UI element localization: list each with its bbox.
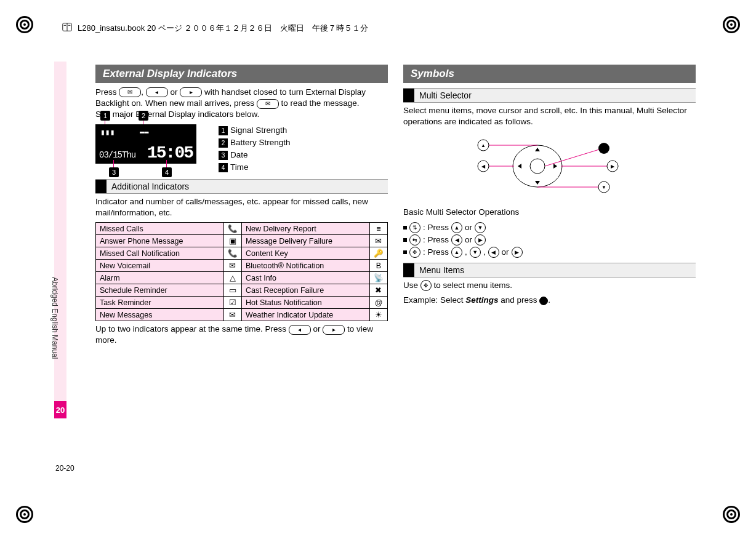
print-mark-bl	[12, 502, 37, 527]
down-icon: ▼	[475, 222, 486, 233]
display-legend: 1Signal Strength 2Battery Strength 3Date…	[219, 124, 291, 174]
section-symbols: Symbols	[403, 65, 696, 83]
cell-name: Hot Status Notification	[241, 297, 369, 309]
right-icon: ▶	[475, 234, 486, 246]
up-icon: ▲	[451, 222, 462, 233]
svg-text:▼: ▼	[601, 185, 606, 190]
print-header: L280_insatsu.book 20 ページ ２００６年１２月２６日 火曜日…	[62, 22, 368, 34]
multi-selector-diagram: ▲ ◀ ▶ ▼	[403, 132, 696, 202]
key-left-icon: ◂	[146, 87, 168, 97]
cell-name: Bluetooth® Notification	[241, 260, 369, 272]
table-row: New Voicemail✉Bluetooth® NotificationB	[96, 260, 388, 272]
section-external-display: External Display Indicators	[95, 65, 388, 83]
cell-name: New Delivery Report	[241, 223, 369, 235]
page-number: 20-20	[55, 464, 74, 473]
para-r2: Use ✥ to select menu items.	[403, 280, 696, 291]
up-icon-2: ▲	[451, 247, 462, 258]
key-mail-icon: ✉	[119, 87, 141, 97]
header-text: L280_insatsu.book 20 ページ ２００６年１２月２６日 火曜日…	[78, 23, 368, 34]
key-mail-icon-2: ✉	[257, 99, 279, 109]
display-time: 15:05	[147, 143, 193, 162]
subhead-menu-items: Menu Items	[403, 263, 696, 277]
cell-icon: ☑	[223, 297, 241, 309]
ops-title: Basic Multi Selector Operations	[403, 207, 696, 218]
cell-name: Schedule Reminder	[96, 284, 224, 297]
signal-icon: ▮▮▮	[100, 127, 115, 137]
cell-icon: ▣	[223, 235, 241, 247]
svg-point-19	[730, 513, 733, 516]
cell-name: Missed Call Notification	[96, 247, 224, 260]
cell-name: Missed Calls	[96, 223, 224, 235]
center-dot-icon	[539, 297, 548, 305]
svg-text:▲: ▲	[481, 143, 486, 148]
op-row-3: ✥ : Press ▲ , ▼ , ◀ or ▶	[403, 247, 696, 258]
down-icon-2: ▼	[470, 247, 481, 258]
para-r1: Select menu items, move cursor and scrol…	[403, 105, 696, 127]
table-row: New Messages✉Weather Indicator Update☀	[96, 309, 388, 321]
chapter-sidebar: 20	[54, 62, 66, 418]
cell-icon: ≡	[369, 223, 387, 235]
table-row: Missed Call Notification📞Content Key🔑	[96, 247, 388, 260]
cell-icon: ▭	[223, 284, 241, 297]
svg-point-4	[23, 23, 26, 26]
fourway-icon: ✥	[409, 247, 420, 258]
svg-point-14	[23, 513, 26, 516]
callout-4: 4	[162, 167, 172, 177]
table-row: Missed Calls📞New Delivery Report≡	[96, 223, 388, 235]
sidebar-label: Abridged English Manual	[50, 277, 59, 359]
cell-name: Alarm	[96, 272, 224, 284]
battery-icon: ▬▬	[140, 127, 148, 136]
table-row: Task Reminder☑Hot Status Notification@	[96, 297, 388, 309]
external-display-figure: 1 2 ▮▮▮ ▬▬ 03/15Thu 15:05 3 4	[95, 124, 203, 164]
cell-name: Task Reminder	[96, 297, 224, 309]
table-row: Answer Phone Message▣Message Delivery Fa…	[96, 235, 388, 247]
callout-3: 3	[109, 167, 119, 177]
leftright-icon: ⇆	[409, 234, 420, 246]
cell-name: New Voicemail	[96, 260, 224, 272]
left-column: External Display Indicators Press ✉, ◂ o…	[95, 65, 388, 350]
left-icon-2: ◀	[488, 247, 499, 258]
cell-icon: ✉	[223, 260, 241, 272]
cell-name: Answer Phone Message	[96, 235, 224, 247]
callout-2: 2	[139, 111, 148, 121]
cell-icon: 📞	[223, 247, 241, 260]
svg-point-9	[730, 23, 733, 26]
key-right-icon: ▸	[180, 87, 202, 97]
indicator-table: Missed Calls📞New Delivery Report≡Answer …	[95, 222, 388, 321]
subhead-additional: Additional Indicators	[95, 179, 388, 194]
cell-name: Cast Info	[241, 272, 369, 284]
cell-name: Content Key	[241, 247, 369, 260]
left-icon: ◀	[451, 234, 462, 246]
callout-1: 1	[100, 111, 110, 121]
cell-icon: @	[369, 297, 387, 309]
cell-name: Weather Indicator Update	[241, 309, 369, 321]
cell-icon: △	[223, 272, 241, 284]
subhead-multi-selector: Multi Selector	[403, 88, 696, 103]
para-r3: Example: Select Settings and press .	[403, 295, 696, 306]
para-3: Up to two indicators appear at the same …	[95, 324, 388, 346]
updown-icon: ⇅	[409, 222, 420, 233]
cell-icon: 📡	[369, 272, 387, 284]
right-icon-2: ▶	[512, 247, 523, 258]
key-right-icon-2: ▸	[323, 325, 345, 335]
chapter-tab: 20	[54, 401, 66, 418]
cell-icon: 🔑	[369, 247, 387, 260]
cell-icon: ✖	[369, 284, 387, 297]
print-mark-tl	[12, 12, 37, 37]
print-mark-tr	[719, 12, 744, 37]
display-date: 03/15Thu	[99, 150, 135, 160]
table-row: Alarm△Cast Info📡	[96, 272, 388, 284]
cell-icon: 📞	[223, 223, 241, 235]
cell-icon: ☀	[369, 309, 387, 321]
op-row-1: ⇅ : Press ▲ or ▼	[403, 222, 696, 233]
cell-icon: B	[369, 260, 387, 272]
op-row-2: ⇆ : Press ◀ or ▶	[403, 234, 696, 246]
cell-name: Message Delivery Failure	[241, 235, 369, 247]
svg-text:◀: ◀	[481, 164, 486, 169]
svg-point-33	[598, 143, 609, 154]
svg-point-25	[530, 159, 545, 174]
table-row: Schedule Reminder▭Cast Reception Failure…	[96, 284, 388, 297]
key-left-icon-2: ◂	[289, 325, 311, 335]
para-2: Indicator and number of calls/messages, …	[95, 196, 388, 218]
cell-icon: ✉	[369, 235, 387, 247]
